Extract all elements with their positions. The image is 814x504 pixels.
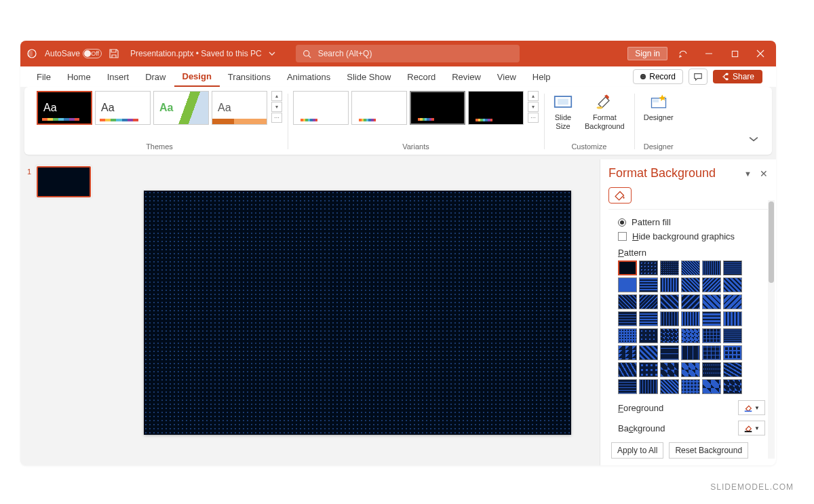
variant-thumb-4[interactable] bbox=[468, 91, 524, 125]
variant-thumb-3[interactable] bbox=[410, 91, 465, 125]
slide-thumbnail-1[interactable] bbox=[37, 166, 91, 197]
sign-in-button[interactable]: Sign in bbox=[627, 47, 667, 60]
slide-size-button[interactable]: Slide Size bbox=[549, 91, 577, 132]
record-button[interactable]: Record bbox=[633, 69, 683, 84]
pattern-swatch[interactable] bbox=[639, 379, 658, 394]
pattern-swatch[interactable] bbox=[702, 277, 721, 292]
document-title[interactable]: Presentation.pptx • Saved to this PC bbox=[130, 49, 262, 58]
reset-background-button[interactable]: Reset Background bbox=[669, 442, 748, 459]
autosave-toggle[interactable]: Off bbox=[83, 49, 102, 58]
pattern-swatch[interactable] bbox=[618, 328, 637, 343]
tab-slide-show[interactable]: Slide Show bbox=[338, 68, 399, 86]
comments-button[interactable] bbox=[689, 69, 708, 85]
close-button[interactable] bbox=[750, 43, 771, 64]
variant-thumb-1[interactable] bbox=[293, 91, 349, 125]
save-icon[interactable] bbox=[109, 48, 119, 59]
maximize-button[interactable] bbox=[724, 43, 745, 64]
pattern-swatch[interactable] bbox=[660, 294, 679, 309]
pane-scrollbar[interactable] bbox=[768, 200, 775, 459]
svg-rect-11 bbox=[745, 410, 752, 412]
tab-home[interactable]: Home bbox=[59, 68, 99, 86]
pattern-swatch[interactable] bbox=[723, 260, 742, 275]
coming-soon-icon[interactable] bbox=[673, 43, 693, 64]
apply-to-all-button[interactable]: Apply to All bbox=[611, 442, 663, 459]
tab-view[interactable]: View bbox=[489, 68, 524, 86]
tab-design[interactable]: Design bbox=[174, 67, 220, 87]
tab-insert[interactable]: Insert bbox=[99, 68, 138, 86]
pattern-swatch[interactable] bbox=[618, 379, 637, 394]
tab-file[interactable]: File bbox=[28, 68, 59, 86]
pattern-swatch[interactable] bbox=[660, 311, 679, 326]
tab-animations[interactable]: Animations bbox=[279, 68, 338, 86]
tab-draw[interactable]: Draw bbox=[137, 68, 174, 86]
pattern-swatch[interactable] bbox=[660, 328, 679, 343]
pattern-swatch[interactable] bbox=[681, 311, 700, 326]
pattern-swatch[interactable] bbox=[681, 345, 700, 360]
background-color-dropdown[interactable]: ▼ bbox=[738, 421, 765, 435]
pattern-swatch[interactable] bbox=[702, 294, 721, 309]
pattern-swatch[interactable] bbox=[618, 345, 637, 360]
tab-transitions[interactable]: Transitions bbox=[220, 68, 279, 86]
pattern-swatch[interactable] bbox=[723, 328, 742, 343]
pattern-swatch[interactable] bbox=[702, 328, 721, 343]
variant-thumb-2[interactable] bbox=[351, 91, 407, 125]
theme-thumb-1[interactable]: Aa bbox=[37, 91, 92, 125]
pattern-swatch[interactable] bbox=[681, 294, 700, 309]
pattern-swatch[interactable] bbox=[681, 362, 700, 377]
pattern-swatch[interactable] bbox=[618, 294, 637, 309]
pattern-swatch[interactable] bbox=[660, 345, 679, 360]
pane-close-button[interactable]: ✕ bbox=[760, 168, 768, 179]
pattern-swatch[interactable] bbox=[681, 277, 700, 292]
pattern-swatch[interactable] bbox=[681, 379, 700, 394]
pattern-swatch[interactable] bbox=[660, 260, 679, 275]
pattern-swatch[interactable] bbox=[723, 294, 742, 309]
theme-thumb-3[interactable]: Aa bbox=[153, 91, 209, 125]
pattern-swatch[interactable] bbox=[702, 260, 721, 275]
pattern-swatch[interactable] bbox=[639, 345, 658, 360]
tab-review[interactable]: Review bbox=[444, 68, 489, 86]
pattern-swatch[interactable] bbox=[639, 362, 658, 377]
search-input[interactable]: Search (Alt+Q) bbox=[296, 45, 520, 62]
pattern-swatch[interactable] bbox=[723, 362, 742, 377]
pattern-swatch[interactable] bbox=[660, 362, 679, 377]
pattern-swatch[interactable] bbox=[702, 362, 721, 377]
foreground-color-dropdown[interactable]: ▼ bbox=[738, 400, 765, 415]
pattern-swatch[interactable] bbox=[639, 294, 658, 309]
pattern-swatch[interactable] bbox=[723, 311, 742, 326]
slide-canvas[interactable] bbox=[144, 191, 571, 435]
pattern-swatch[interactable] bbox=[660, 379, 679, 394]
pattern-swatch[interactable] bbox=[618, 311, 637, 326]
chevron-down-icon[interactable] bbox=[269, 50, 275, 57]
pattern-swatch[interactable] bbox=[681, 328, 700, 343]
themes-more[interactable]: ▴▾⋯ bbox=[271, 91, 282, 123]
designer-button[interactable]: Designer bbox=[640, 91, 678, 123]
pattern-swatch[interactable] bbox=[618, 277, 637, 292]
theme-thumb-4[interactable]: Aa bbox=[212, 91, 267, 125]
pattern-swatch[interactable] bbox=[681, 260, 700, 275]
pattern-swatch[interactable] bbox=[639, 260, 658, 275]
pattern-swatch[interactable] bbox=[639, 311, 658, 326]
pattern-swatch[interactable] bbox=[618, 362, 637, 377]
theme-thumb-2[interactable]: Aa bbox=[95, 91, 151, 125]
fill-tab-button[interactable] bbox=[608, 187, 632, 203]
pattern-swatch[interactable] bbox=[660, 277, 679, 292]
pattern-swatch[interactable] bbox=[702, 345, 721, 360]
pattern-swatch[interactable] bbox=[639, 277, 658, 292]
variants-more[interactable]: ▴▾⋯ bbox=[528, 91, 539, 123]
pattern-swatch[interactable] bbox=[639, 328, 658, 343]
pattern-swatch[interactable] bbox=[702, 379, 721, 394]
collapse-ribbon-button[interactable] bbox=[742, 130, 765, 151]
minimize-button[interactable] bbox=[699, 43, 719, 64]
tab-record[interactable]: Record bbox=[399, 68, 444, 86]
format-background-button[interactable]: Format Background bbox=[581, 91, 629, 132]
pattern-swatch[interactable] bbox=[618, 260, 637, 275]
tab-help[interactable]: Help bbox=[524, 68, 559, 86]
pattern-swatch[interactable] bbox=[723, 379, 742, 394]
share-button[interactable]: Share bbox=[713, 70, 762, 83]
pane-options-icon[interactable]: ▼ bbox=[744, 170, 752, 178]
pattern-swatch[interactable] bbox=[723, 345, 742, 360]
pattern-fill-radio[interactable]: Pattern fill bbox=[608, 215, 773, 229]
pattern-swatch[interactable] bbox=[723, 277, 742, 292]
hide-bg-checkbox[interactable]: Hide background graphics bbox=[608, 229, 773, 244]
pattern-swatch[interactable] bbox=[702, 311, 721, 326]
